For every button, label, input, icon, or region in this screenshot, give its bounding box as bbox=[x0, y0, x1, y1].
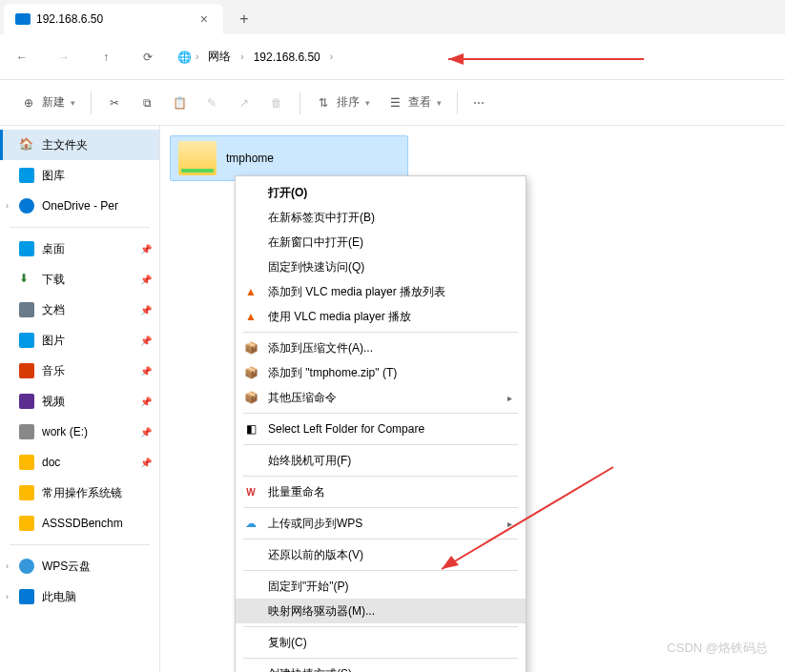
menu-shortcut[interactable]: 创建快捷方式(S) bbox=[236, 662, 526, 672]
ellipsis-icon: ⋯ bbox=[473, 96, 485, 110]
folder-icon bbox=[19, 485, 34, 500]
menu-compare[interactable]: ◧Select Left Folder for Compare bbox=[236, 417, 526, 441]
rename-button[interactable]: ✎ bbox=[196, 88, 227, 118]
address-bar[interactable]: 🌐 › 网络 › 192.168.6.50 › bbox=[177, 45, 775, 69]
pin-icon[interactable]: 📌 bbox=[140, 397, 152, 407]
menu-vlc-play[interactable]: ▲使用 VLC media player 播放 bbox=[236, 304, 526, 329]
cut-button[interactable]: ✂ bbox=[99, 88, 130, 118]
sidebar-item-pictures[interactable]: 图片 📌 bbox=[0, 325, 159, 356]
pin-icon[interactable]: 📌 bbox=[140, 336, 152, 346]
sidebar-label: 常用操作系统镜 bbox=[42, 485, 122, 501]
sidebar-label: 桌面 bbox=[42, 241, 65, 257]
sidebar-item-thispc[interactable]: › 此电脑 bbox=[0, 581, 159, 612]
sidebar-item-documents[interactable]: 文档 📌 bbox=[0, 295, 159, 325]
watermark: CSDN @烙铁码总 bbox=[667, 640, 768, 657]
menu-upload-wps[interactable]: ☁上传或同步到WPS▸ bbox=[236, 511, 526, 536]
pin-icon[interactable]: 📌 bbox=[140, 244, 152, 255]
sidebar-item-music[interactable]: 音乐 📌 bbox=[0, 356, 159, 386]
chevron-right-icon[interactable]: › bbox=[240, 51, 243, 62]
sort-icon: ⇅ bbox=[316, 95, 331, 111]
monitor-icon bbox=[19, 589, 34, 604]
sidebar-item-videos[interactable]: 视频 📌 bbox=[0, 386, 159, 417]
breadcrumb-host[interactable]: 192.168.6.50 bbox=[248, 47, 326, 68]
cloud-icon bbox=[19, 559, 34, 574]
folder-tmphome[interactable]: tmphome bbox=[170, 135, 408, 181]
pin-icon[interactable]: 📌 bbox=[140, 458, 152, 468]
separator bbox=[243, 507, 518, 508]
browser-tab[interactable]: 192.168.6.50 × bbox=[4, 4, 223, 34]
menu-copy[interactable]: 复制(C) bbox=[236, 630, 526, 655]
menu-compress-other[interactable]: 📦其他压缩命令▸ bbox=[236, 385, 526, 410]
sidebar-item-desktop[interactable]: 桌面 📌 bbox=[0, 234, 159, 264]
menu-open-new-window[interactable]: 在新窗口中打开(E) bbox=[236, 230, 526, 255]
compare-icon: ◧ bbox=[243, 421, 258, 437]
chevron-right-icon[interactable]: › bbox=[196, 51, 198, 62]
menu-open[interactable]: 打开(O) bbox=[236, 180, 526, 205]
menu-offline[interactable]: 始终脱机可用(F) bbox=[236, 448, 526, 473]
close-icon[interactable]: × bbox=[196, 10, 212, 29]
sidebar-item-downloads[interactable]: ⬇ 下载 📌 bbox=[0, 264, 159, 295]
sidebar-label: 图片 bbox=[42, 333, 65, 349]
menu-pin-quick[interactable]: 固定到快速访问(Q) bbox=[236, 255, 526, 279]
pin-icon[interactable]: 📌 bbox=[140, 366, 152, 377]
more-button[interactable]: ⋯ bbox=[465, 88, 492, 118]
sidebar-item-gallery[interactable]: 图库 bbox=[0, 160, 159, 191]
monitor-icon bbox=[15, 13, 31, 25]
scissors-icon: ✂ bbox=[107, 95, 122, 111]
menu-batch-rename[interactable]: W批量重命名 bbox=[236, 479, 526, 504]
sidebar-item-home[interactable]: 🏠 主文件夹 bbox=[0, 130, 159, 160]
breadcrumb-network[interactable]: 网络 bbox=[202, 45, 237, 69]
pin-icon[interactable]: 📌 bbox=[140, 275, 152, 285]
chevron-right-icon[interactable]: › bbox=[6, 561, 9, 571]
pin-icon[interactable]: 📌 bbox=[140, 427, 152, 438]
sidebar-item-wps[interactable]: › WPS云盘 bbox=[0, 551, 159, 581]
pictures-icon bbox=[19, 333, 34, 348]
share-button[interactable]: ↗ bbox=[229, 88, 259, 118]
menu-restore[interactable]: 还原以前的版本(V) bbox=[236, 542, 526, 567]
sidebar-item-asssd[interactable]: ASSSDBenchm bbox=[0, 508, 159, 539]
menu-compress-a[interactable]: 📦添加到压缩文件(A)... bbox=[236, 336, 526, 360]
sidebar-item-doc[interactable]: doc 📌 bbox=[0, 447, 159, 478]
sidebar-item-onedrive[interactable]: › OneDrive - Per bbox=[0, 191, 159, 221]
menu-pin-start[interactable]: 固定到"开始"(P) bbox=[236, 574, 526, 599]
paste-button[interactable]: 📋 bbox=[164, 88, 195, 118]
menu-map-drive[interactable]: 映射网络驱动器(M)... bbox=[236, 599, 526, 623]
up-button[interactable]: ↑ bbox=[93, 45, 118, 70]
chevron-down-icon: ▾ bbox=[71, 98, 75, 108]
copy-button[interactable]: ⧉ bbox=[132, 88, 162, 118]
cloud-icon bbox=[19, 198, 34, 214]
rename-icon: ✎ bbox=[204, 95, 219, 111]
menu-open-new-tab[interactable]: 在新标签页中打开(B) bbox=[236, 205, 526, 230]
chevron-right-icon[interactable]: › bbox=[330, 51, 333, 62]
cloud-upload-icon: ☁ bbox=[243, 516, 258, 531]
menu-vlc-add[interactable]: ▲添加到 VLC media player 播放列表 bbox=[236, 279, 526, 304]
chevron-right-icon[interactable]: › bbox=[6, 592, 9, 601]
navigation-bar: ← → ↑ ⟳ 🌐 › 网络 › 192.168.6.50 › bbox=[0, 34, 785, 80]
sidebar-label: 音乐 bbox=[42, 363, 65, 379]
forward-button[interactable]: → bbox=[52, 45, 76, 70]
chevron-right-icon[interactable]: › bbox=[6, 201, 9, 211]
back-button[interactable]: ← bbox=[10, 45, 34, 70]
sidebar-item-drive-e[interactable]: work (E:) 📌 bbox=[0, 417, 159, 447]
delete-button[interactable]: 🗑 bbox=[261, 88, 292, 118]
sidebar-item-folder[interactable]: 常用操作系统镜 bbox=[0, 478, 159, 508]
sidebar-label: work (E:) bbox=[42, 425, 88, 438]
folder-icon bbox=[19, 455, 34, 470]
sidebar-label: 下载 bbox=[42, 272, 65, 288]
refresh-button[interactable]: ⟳ bbox=[135, 45, 160, 70]
pin-icon[interactable]: 📌 bbox=[140, 305, 152, 316]
folder-icon bbox=[19, 516, 34, 531]
sort-button[interactable]: ⇅ 排序 ▾ bbox=[308, 88, 378, 118]
separator bbox=[243, 658, 518, 659]
sidebar-label: 图库 bbox=[42, 168, 65, 184]
sidebar: 🏠 主文件夹 图库 › OneDrive - Per 桌面 📌 ⬇ 下载 📌 文… bbox=[0, 126, 160, 672]
view-label: 查看 bbox=[408, 94, 431, 111]
vlc-icon: ▲ bbox=[243, 284, 258, 299]
new-tab-button[interactable]: + bbox=[229, 4, 259, 34]
view-button[interactable]: ☰ 查看 ▾ bbox=[380, 88, 449, 118]
archive-icon: 📦 bbox=[243, 340, 258, 356]
copy-icon: ⧉ bbox=[139, 95, 155, 111]
chevron-down-icon: ▾ bbox=[365, 98, 370, 108]
new-button[interactable]: ⊕ 新建 ▾ bbox=[13, 88, 83, 118]
menu-compress-zip[interactable]: 📦添加到 "tmphome.zip" (T) bbox=[236, 360, 526, 385]
